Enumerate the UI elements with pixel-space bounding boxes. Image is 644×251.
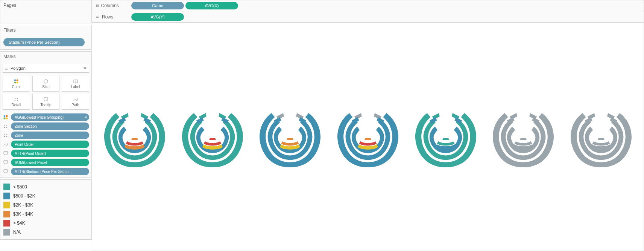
svg-point-4 bbox=[44, 80, 48, 83]
path-icon bbox=[73, 97, 79, 102]
columns-shelf[interactable]: Columns GameAVG(X) bbox=[92, 0, 644, 11]
mark-field-pill[interactable]: ATTR(Stadium (Price Per Sectio... bbox=[11, 168, 89, 175]
tooltip-icon bbox=[3, 169, 9, 174]
mark-cell-label: Tooltip bbox=[41, 103, 52, 107]
tooltip-icon bbox=[3, 151, 9, 156]
mark-size-button[interactable]: Size bbox=[32, 76, 60, 92]
svg-point-11 bbox=[4, 115, 6, 117]
detail-icon bbox=[3, 133, 9, 138]
mark-type-select[interactable]: ▱ Polygon bbox=[3, 64, 89, 73]
stadium-map bbox=[567, 103, 635, 171]
svg-point-9 bbox=[15, 100, 16, 101]
tooltip-icon bbox=[3, 160, 9, 165]
shelves: Columns GameAVG(X) Rows AVG(Y) bbox=[92, 0, 644, 23]
pages-title: Pages bbox=[0, 0, 91, 10]
size-icon bbox=[43, 79, 49, 84]
svg-point-18 bbox=[6, 127, 8, 128]
mark-field-pill[interactable]: Point Order bbox=[11, 141, 89, 148]
svg-point-8 bbox=[17, 98, 18, 99]
svg-point-19 bbox=[4, 134, 5, 135]
detail-icon bbox=[3, 124, 9, 129]
legend-label: > $4K bbox=[13, 220, 25, 226]
mark-type-label: Polygon bbox=[11, 66, 26, 70]
legend-swatch bbox=[3, 220, 10, 227]
mark-field-pill[interactable]: ATTR(Point Order) bbox=[11, 150, 89, 157]
stadium-map bbox=[334, 103, 402, 171]
legend-item[interactable]: $500 - $2K bbox=[3, 193, 88, 199]
stadium-map bbox=[101, 103, 169, 171]
legend-label: < $500 bbox=[13, 184, 27, 190]
svg-point-3 bbox=[17, 81, 18, 83]
rows-shelf[interactable]: Rows AVG(Y) bbox=[92, 11, 644, 23]
mark-path-button[interactable]: Path bbox=[62, 94, 89, 110]
mark-field-pill[interactable]: SUM(Lowest Price) bbox=[11, 159, 89, 166]
sort-icon: ≡ bbox=[85, 115, 87, 119]
shelf-pill[interactable]: AVG(Y) bbox=[131, 13, 184, 21]
legend-label: $3K - $4K bbox=[13, 211, 33, 217]
mark-cell-label: Label bbox=[71, 85, 80, 89]
color-icon bbox=[3, 115, 9, 120]
filters-card: Filters Stadium (Price Per Section) bbox=[0, 25, 92, 50]
marks-card: Marks ▱ Polygon ColorSizeTLabelDetailToo… bbox=[0, 51, 92, 178]
svg-point-21 bbox=[4, 136, 5, 137]
svg-point-10 bbox=[17, 100, 18, 101]
columns-label: Columns bbox=[101, 3, 119, 8]
detail-icon bbox=[13, 97, 19, 102]
legend-label: $500 - $2K bbox=[13, 193, 35, 199]
mark-field-pill[interactable]: Zone Section bbox=[11, 122, 89, 130]
path-icon bbox=[3, 142, 9, 147]
stadium-map bbox=[256, 103, 324, 171]
legend-item[interactable]: > $4K bbox=[3, 220, 88, 227]
visualization-canvas[interactable] bbox=[92, 23, 644, 251]
legend-swatch bbox=[3, 184, 10, 190]
svg-point-14 bbox=[6, 118, 8, 119]
mark-field-pill[interactable]: AGG(Lowest Price Grouping)≡ bbox=[11, 113, 89, 121]
svg-text:T: T bbox=[75, 80, 77, 83]
mark-cell-label: Detail bbox=[12, 103, 21, 107]
filters-title: Filters bbox=[0, 25, 91, 35]
mark-cell-label: Color bbox=[12, 85, 21, 89]
mark-cell-label: Size bbox=[42, 85, 49, 89]
tooltip-icon bbox=[43, 97, 49, 102]
mark-tooltip-button[interactable]: Tooltip bbox=[32, 94, 60, 110]
legend-label: N/A bbox=[13, 230, 21, 235]
svg-point-20 bbox=[6, 134, 8, 135]
mark-field-pill[interactable]: Zone bbox=[11, 132, 89, 139]
svg-point-22 bbox=[6, 136, 8, 137]
stadium-map bbox=[179, 103, 246, 171]
field-pill[interactable]: Stadium (Price Per Section) bbox=[3, 38, 85, 46]
legend-swatch bbox=[3, 193, 10, 199]
legend-label: $2K - $3K bbox=[13, 202, 33, 208]
legend-card: < $500$500 - $2K$2K - $3K$3K - $4K> $4KN… bbox=[0, 179, 92, 240]
legend-swatch bbox=[3, 202, 10, 208]
legend-item[interactable]: N/A bbox=[3, 229, 88, 236]
stadium-map bbox=[412, 103, 480, 171]
columns-icon bbox=[96, 3, 99, 8]
rows-icon bbox=[96, 14, 100, 20]
svg-point-16 bbox=[6, 125, 8, 126]
svg-point-2 bbox=[14, 81, 16, 83]
mark-cell-label: Path bbox=[71, 103, 79, 107]
legend-item[interactable]: $3K - $4K bbox=[3, 211, 88, 217]
rows-label: Rows bbox=[102, 14, 113, 20]
svg-point-12 bbox=[6, 115, 8, 117]
marks-title: Marks bbox=[0, 52, 91, 61]
legend-item[interactable]: $2K - $3K bbox=[3, 202, 88, 208]
mark-detail-button[interactable]: Detail bbox=[3, 94, 30, 110]
svg-point-7 bbox=[15, 98, 16, 99]
shelf-pill[interactable]: AVG(X) bbox=[185, 2, 238, 9]
mark-label-button[interactable]: TLabel bbox=[62, 76, 89, 92]
label-icon: T bbox=[73, 79, 79, 84]
svg-point-1 bbox=[17, 79, 18, 81]
shelf-pill[interactable]: Game bbox=[131, 2, 184, 9]
polygon-icon: ▱ bbox=[5, 66, 8, 71]
svg-point-15 bbox=[4, 125, 5, 126]
legend-item[interactable]: < $500 bbox=[3, 184, 88, 190]
svg-point-17 bbox=[4, 127, 5, 128]
chevron-down-icon bbox=[84, 67, 87, 69]
legend-swatch bbox=[3, 229, 10, 236]
mark-color-button[interactable]: Color bbox=[3, 76, 30, 92]
svg-point-13 bbox=[4, 118, 6, 119]
legend-swatch bbox=[3, 211, 10, 217]
color-icon bbox=[13, 79, 19, 84]
